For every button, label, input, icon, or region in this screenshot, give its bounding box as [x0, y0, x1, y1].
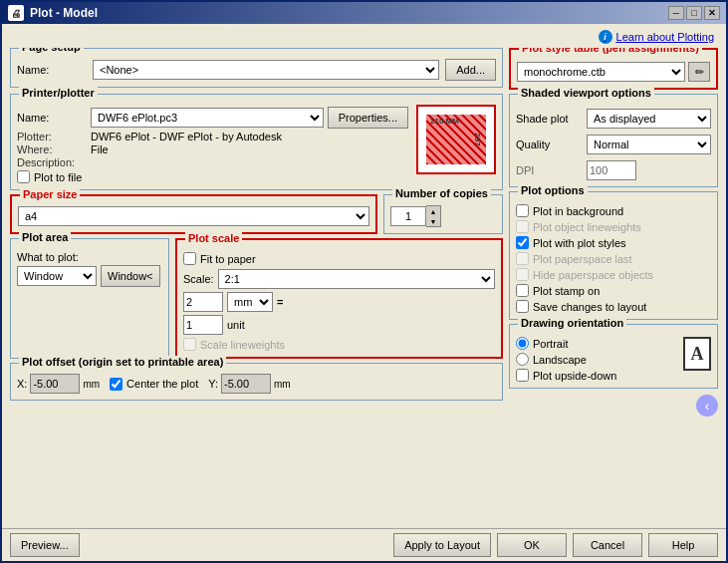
plot-paperspace-last-label: Plot paperspace last — [533, 253, 632, 265]
paper-copies-row: Paper size a4 Number of copies — [10, 194, 503, 234]
info-icon: i — [599, 30, 612, 44]
printer-group: Printer/plotter Name: DWF6 ePlot.pc3 Pro… — [10, 94, 503, 190]
plot-scale-label: Plot scale — [185, 232, 242, 244]
page-setup-name-select[interactable]: <None> — [93, 60, 439, 80]
scale-label: Scale: — [183, 273, 214, 285]
scale-lineweights-check[interactable] — [183, 338, 196, 351]
main-columns: Page setup Name: <None> Add... Printer/p… — [10, 48, 718, 522]
shade-plot-select[interactable]: As displayed — [587, 109, 711, 129]
bottom-buttons-bar: Preview... Apply to Layout OK Cancel Hel… — [2, 528, 726, 561]
plot-with-plot-styles-check[interactable] — [516, 236, 529, 249]
plot-options-label: Plot options — [518, 184, 588, 196]
plot-with-plot-styles-label: Plot with plot styles — [533, 237, 626, 249]
plot-dialog: 🖨 Plot - Model ─ □ ✕ i Learn about Plott… — [0, 0, 728, 563]
equals-sign: = — [277, 296, 283, 308]
desc-label: Description: — [17, 156, 87, 168]
copies-down[interactable]: ▼ — [426, 216, 440, 226]
scale-select[interactable]: 2:1 — [218, 269, 495, 289]
dpi-input — [587, 160, 636, 180]
edit-style-button[interactable]: ✏ — [688, 62, 710, 82]
expand-button[interactable]: ‹ — [696, 395, 718, 417]
printer-name-label: Name: — [17, 112, 87, 124]
preview-mm1: 210 MM — [430, 117, 459, 126]
plot-style-select[interactable]: monochrome.ctb — [517, 62, 685, 82]
plot-object-lineweights-label: Plot object lineweights — [533, 221, 641, 233]
preview-mm2: 297 — [473, 133, 482, 145]
plot-stamp-on-label: Plot stamp on — [533, 285, 600, 297]
where-value: File — [91, 143, 109, 155]
close-button[interactable]: ✕ — [704, 6, 720, 20]
plot-options-group: Plot options Plot in background Plot obj… — [509, 191, 718, 320]
area-scale-row: Plot area What to plot: Window Window< — [10, 238, 503, 359]
where-label: Where: — [17, 143, 87, 155]
landscape-label: Landscape — [533, 354, 587, 366]
x-offset-input[interactable] — [30, 374, 80, 394]
minimize-button[interactable]: ─ — [668, 6, 684, 20]
portrait-radio[interactable] — [516, 337, 529, 350]
plot-in-background-check[interactable] — [516, 204, 529, 217]
mm-select[interactable]: mm — [227, 292, 273, 312]
x-label: X: — [17, 378, 27, 390]
scale-mm-input[interactable] — [183, 292, 223, 312]
plotter-label: Plotter: — [17, 131, 87, 142]
scale-unit-input[interactable] — [183, 315, 223, 335]
drawing-orientation-group: Drawing orientation Portrait Landscape — [509, 324, 718, 389]
plot-upside-down-check[interactable] — [516, 369, 529, 382]
page-setup-label: Page setup — [19, 48, 84, 53]
plot-stamp-on-check[interactable] — [516, 284, 529, 297]
printer-label: Printer/plotter — [19, 87, 98, 99]
fit-to-paper-label: Fit to paper — [200, 253, 256, 265]
copies-group: Number of copies ▲ ▼ — [383, 194, 503, 234]
learn-link-row: i Learn about Plotting — [10, 30, 718, 44]
window-icon: 🖨 — [8, 5, 24, 21]
save-changes-label: Save changes to layout — [533, 301, 646, 313]
drawing-orientation-label: Drawing orientation — [518, 317, 626, 329]
landscape-radio[interactable] — [516, 353, 529, 366]
shade-plot-label: Shade plot — [516, 113, 581, 125]
maximize-button[interactable]: □ — [686, 6, 702, 20]
page-setup-name-label: Name: — [17, 64, 87, 76]
dpi-label: DPI — [516, 164, 581, 176]
plot-offset-group: Plot offset (origin set to printable are… — [10, 363, 503, 401]
dialog-content: i Learn about Plotting Page setup Name: … — [2, 24, 726, 528]
plot-area-group: Plot area What to plot: Window Window< — [10, 238, 169, 359]
plotter-preview: 210 MM 297 — [416, 105, 496, 174]
left-column: Page setup Name: <None> Add... Printer/p… — [10, 48, 503, 522]
orientation-icon: A — [683, 337, 711, 371]
help-button[interactable]: Help — [648, 533, 718, 557]
plot-to-file-check[interactable] — [17, 170, 30, 183]
learn-link[interactable]: Learn about Plotting — [616, 31, 714, 43]
window-button[interactable]: Window< — [101, 265, 160, 287]
copies-label: Number of copies — [392, 187, 491, 199]
paper-size-label: Paper size — [20, 188, 80, 200]
plot-in-background-label: Plot in background — [533, 205, 623, 217]
plot-offset-label: Plot offset (origin set to printable are… — [19, 356, 226, 368]
center-plot-check[interactable] — [110, 378, 122, 391]
hide-paperspace-objects-check[interactable] — [516, 268, 529, 281]
printer-name-select[interactable]: DWF6 ePlot.pc3 — [91, 108, 324, 128]
copies-up[interactable]: ▲ — [426, 206, 440, 216]
plot-upside-down-label: Plot upside-down — [533, 370, 616, 382]
title-bar: 🖨 Plot - Model ─ □ ✕ — [2, 2, 726, 24]
what-to-plot-select[interactable]: Window — [17, 266, 97, 286]
fit-to-paper-check[interactable] — [183, 252, 196, 265]
properties-button[interactable]: Properties... — [328, 107, 408, 129]
plot-paperspace-last-check[interactable] — [516, 252, 529, 265]
plotter-value: DWF6 ePlot - DWF ePlot - by Autodesk — [91, 131, 282, 142]
plot-area-label: Plot area — [19, 231, 71, 243]
preview-button[interactable]: Preview... — [10, 533, 80, 557]
copies-input[interactable] — [390, 206, 426, 226]
save-changes-check[interactable] — [516, 300, 529, 313]
cancel-button[interactable]: Cancel — [573, 533, 642, 557]
paper-size-select[interactable]: a4 — [18, 206, 369, 226]
plot-style-group: Plot style table (pen assignments) monoc… — [509, 48, 718, 90]
plot-to-file-label: Plot to file — [34, 171, 82, 183]
ok-button[interactable]: OK — [497, 533, 567, 557]
apply-to-layout-button[interactable]: Apply to Layout — [393, 533, 491, 557]
plot-object-lineweights-check[interactable] — [516, 220, 529, 233]
quality-select[interactable]: Normal — [587, 135, 711, 154]
add-button[interactable]: Add... — [445, 59, 496, 81]
portrait-label: Portrait — [533, 338, 568, 350]
y-offset-input[interactable] — [221, 374, 271, 394]
hide-paperspace-objects-label: Hide paperspace objects — [533, 269, 653, 281]
